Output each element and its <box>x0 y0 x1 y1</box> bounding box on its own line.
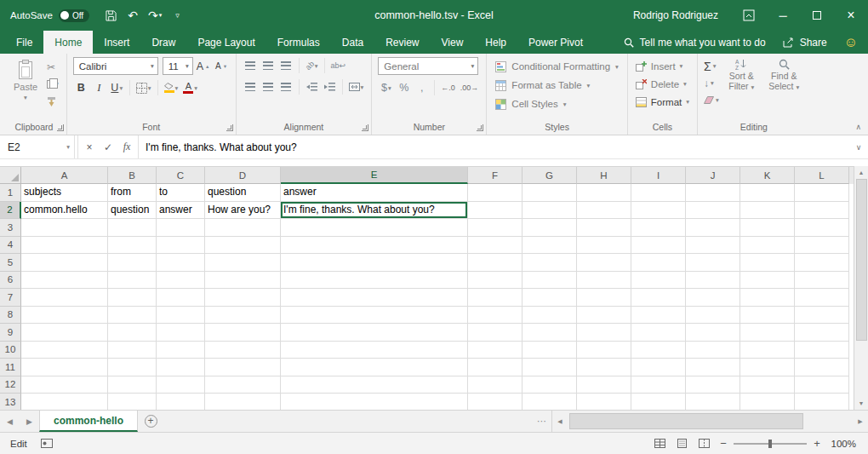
row-header-1[interactable]: 1 <box>0 184 21 202</box>
font-dialog-launcher[interactable] <box>226 124 233 131</box>
cell-G6[interactable] <box>523 272 577 290</box>
cell-D10[interactable] <box>205 342 281 359</box>
insert-function-button[interactable]: fx <box>117 141 136 153</box>
cell-J12[interactable] <box>686 376 740 394</box>
column-header-B[interactable]: B <box>108 167 157 184</box>
cell-J3[interactable] <box>686 219 740 237</box>
cell-F7[interactable] <box>468 289 523 307</box>
align-top-button[interactable] <box>243 57 259 74</box>
ribbon-tab-formulas[interactable]: Formulas <box>266 31 331 54</box>
cell-K2[interactable] <box>740 202 795 220</box>
clear-button[interactable]: ▾ <box>704 92 719 108</box>
orientation-button[interactable]: ab▾ <box>304 57 320 74</box>
zoom-in-button[interactable]: + <box>808 437 825 450</box>
cell-B6[interactable] <box>108 272 157 290</box>
formula-input[interactable]: I'm fine, thanks. What about you? <box>139 135 849 158</box>
cell-A4[interactable] <box>21 237 108 255</box>
scroll-left-icon[interactable]: ◀ <box>552 411 568 432</box>
cell-H9[interactable] <box>577 324 631 342</box>
cell-F5[interactable] <box>468 254 523 272</box>
cell-B3[interactable] <box>108 219 157 237</box>
cell-G7[interactable] <box>523 289 577 307</box>
cell-E11[interactable] <box>281 359 468 376</box>
macro-record-button[interactable] <box>41 439 53 448</box>
bold-button[interactable]: B <box>73 79 89 96</box>
cell-G5[interactable] <box>523 254 577 272</box>
conditional-formatting-button[interactable]: Conditional Formatting ▾ <box>493 57 620 76</box>
percent-style-button[interactable]: % <box>396 79 412 96</box>
cell-E13[interactable] <box>281 394 468 410</box>
row-header-6[interactable]: 6 <box>0 272 21 290</box>
ribbon-tab-insert[interactable]: Insert <box>93 31 140 54</box>
cell-A7[interactable] <box>21 289 108 307</box>
borders-button[interactable]: ▾ <box>134 79 153 96</box>
row-header-13[interactable]: 13 <box>0 394 21 410</box>
sort-filter-button[interactable]: AZ Sort & Filter ▾ <box>722 57 762 121</box>
cell-I9[interactable] <box>631 324 686 342</box>
cell-G4[interactable] <box>523 237 577 255</box>
row-header-5[interactable]: 5 <box>0 254 21 272</box>
cell-K9[interactable] <box>740 324 795 342</box>
autosave-toggle[interactable]: Off <box>59 9 89 22</box>
cell-E12[interactable] <box>281 376 468 394</box>
cell-J11[interactable] <box>686 359 740 376</box>
cancel-button[interactable]: × <box>80 141 99 153</box>
cell-styles-button[interactable]: Cell Styles ▾ <box>493 95 620 113</box>
cell-H6[interactable] <box>577 272 631 290</box>
cell-A13[interactable] <box>21 394 108 410</box>
cell-A2[interactable]: common.hello <box>21 202 108 220</box>
cell-I10[interactable] <box>631 342 686 359</box>
tell-me-search[interactable]: Tell me what you want to do <box>624 37 766 49</box>
cell-F8[interactable] <box>468 307 523 325</box>
align-middle-button[interactable] <box>260 57 277 74</box>
cell-D8[interactable] <box>205 307 281 325</box>
cell-L8[interactable] <box>795 307 849 325</box>
cell-E5[interactable] <box>281 254 468 272</box>
minimize-button[interactable]: ─ <box>766 0 800 31</box>
ribbon-display-options-button[interactable] <box>732 0 766 31</box>
cell-C7[interactable] <box>157 289 205 307</box>
fill-button[interactable]: ↓▾ <box>704 75 719 91</box>
font-color-button[interactable]: A ▾ <box>181 79 199 96</box>
cell-C10[interactable] <box>157 342 205 359</box>
column-header-H[interactable]: H <box>577 167 631 184</box>
cell-A11[interactable] <box>21 359 108 376</box>
cell-H3[interactable] <box>577 219 631 237</box>
increase-decimal-button[interactable]: ←.0 <box>439 79 457 96</box>
cell-C11[interactable] <box>157 359 205 376</box>
zoom-slider[interactable] <box>734 443 807 445</box>
sheet-nav-right-icon[interactable]: ▶ <box>20 411 39 432</box>
page-layout-view-button[interactable] <box>671 433 693 454</box>
cell-I11[interactable] <box>631 359 686 376</box>
cell-H7[interactable] <box>577 289 631 307</box>
cell-J1[interactable] <box>686 184 740 202</box>
cell-E4[interactable] <box>281 237 468 255</box>
cell-D13[interactable] <box>205 394 281 410</box>
cell-E2[interactable]: I'm fine, thanks. What about you? <box>281 202 468 220</box>
cell-I7[interactable] <box>631 289 686 307</box>
cell-G8[interactable] <box>523 307 577 325</box>
cell-G9[interactable] <box>523 324 577 342</box>
vertical-scroll-thumb[interactable] <box>856 179 867 341</box>
column-header-G[interactable]: G <box>523 167 577 184</box>
cell-I1[interactable] <box>631 184 686 202</box>
cell-F6[interactable] <box>468 272 523 290</box>
cell-D5[interactable] <box>205 254 281 272</box>
cell-G11[interactable] <box>523 359 577 376</box>
cell-K5[interactable] <box>740 254 795 272</box>
cell-B12[interactable] <box>108 376 157 394</box>
cell-B8[interactable] <box>108 307 157 325</box>
cell-E7[interactable] <box>281 289 468 307</box>
column-header-I[interactable]: I <box>631 167 686 184</box>
increase-font-size-button[interactable]: A▲ <box>195 58 212 75</box>
cell-J13[interactable] <box>686 394 740 410</box>
cell-H10[interactable] <box>577 342 631 359</box>
autosave-control[interactable]: AutoSave Off <box>0 9 96 22</box>
cell-A8[interactable] <box>21 307 108 325</box>
cell-F9[interactable] <box>468 324 523 342</box>
cell-B11[interactable] <box>108 359 157 376</box>
cell-I6[interactable] <box>631 272 686 290</box>
user-name[interactable]: Rodrigo Rodriguez <box>633 9 718 21</box>
ribbon-tab-home[interactable]: Home <box>43 31 93 54</box>
copy-button[interactable]: ▾ <box>47 78 59 90</box>
